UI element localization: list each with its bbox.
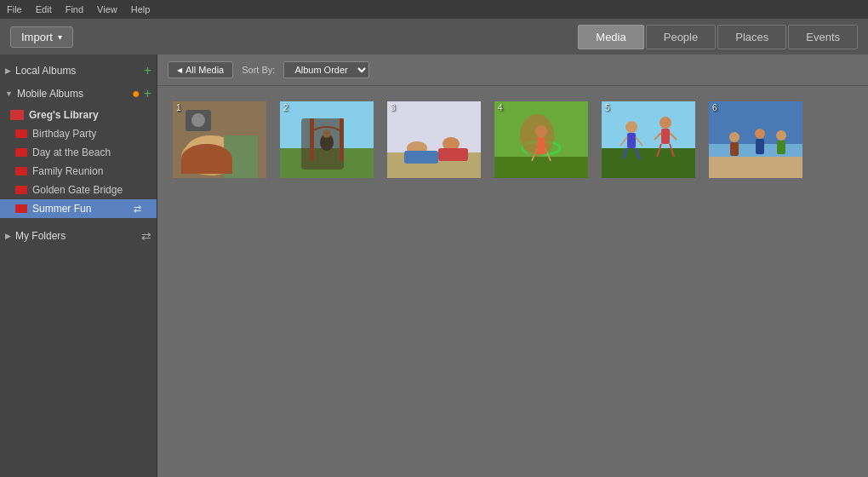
photo-number-6: 6 [712,103,717,112]
album-label: Golden Gate Bridge [32,184,123,196]
gregs-library-label: Greg's Library [29,109,99,121]
svg-rect-41 [709,157,802,178]
album-label: Birthday Party [32,128,96,140]
sidebar-item-golden-gate[interactable]: Golden Gate Bridge [0,181,157,199]
tabs: Media People Places Events [578,25,858,49]
svg-point-10 [320,134,334,151]
add-mobile-album-button[interactable]: ● [132,86,140,101]
svg-rect-17 [438,148,468,161]
sidebar: ▶ Local Albums + ▼ Mobile Albums ● + Gre… [0,55,157,477]
menu-help[interactable]: Help [131,4,151,14]
photo-thumb-1[interactable]: 1 [171,100,268,180]
photo-image-2 [280,101,374,178]
svg-rect-15 [404,151,438,164]
album-label: Family Reunion [32,165,103,177]
sidebar-item-birthday-party[interactable]: Birthday Party [0,124,157,143]
tab-events[interactable]: Events [788,25,858,49]
sync-status-icon: ⇄ [134,204,141,215]
menu-file[interactable]: File [7,4,22,14]
album-icon [15,129,27,138]
chevron-down-icon: ▼ [5,89,13,98]
svg-rect-8 [310,118,314,161]
svg-point-4 [191,113,205,127]
album-icon [15,186,27,194]
svg-rect-43 [730,142,739,156]
photo-thumb-4[interactable]: 4 [493,100,590,180]
tab-people[interactable]: People [646,25,716,49]
mobile-albums-label: Mobile Albums [17,88,83,100]
photo-image-5 [602,101,695,178]
photo-image-3 [387,101,481,178]
local-albums-label: Local Albums [15,65,76,77]
photo-thumb-5[interactable]: 5 [600,100,697,180]
sidebar-my-folders[interactable]: ▶ My Folders ⇄ [0,225,157,247]
svg-rect-47 [777,141,785,154]
svg-rect-9 [340,118,344,161]
album-icon [15,204,27,213]
all-media-button[interactable]: All Media [168,61,233,78]
content-toolbar: All Media Sort By: Album Order Date Name [157,55,868,86]
top-toolbar: Import Media People Places Events [0,19,868,55]
photo-image-4 [494,101,588,178]
photo-number-2: 2 [283,103,288,112]
photo-thumb-3[interactable]: 3 [385,100,483,180]
menu-view[interactable]: View [97,4,117,14]
photo-thumb-2[interactable]: 2 [278,100,375,180]
photo-grid: 1 2 [157,86,868,193]
svg-rect-7 [280,148,374,178]
sidebar-item-family-reunion[interactable]: Family Reunion [0,162,157,181]
menu-bar: File Edit Find View Help [0,0,868,19]
album-label: Day at the Beach [32,147,111,158]
svg-point-27 [625,121,637,133]
chevron-right-icon: ▶ [5,66,11,75]
photo-thumb-6[interactable]: 6 [707,100,804,180]
svg-rect-28 [627,133,636,148]
sidebar-local-albums[interactable]: ▶ Local Albums + [0,60,157,82]
content-area: All Media Sort By: Album Order Date Name [157,55,868,477]
sidebar-mobile-albums[interactable]: ▼ Mobile Albums ● + [0,82,157,106]
import-button[interactable]: Import [10,26,73,48]
add-local-album-button[interactable]: + [144,64,151,78]
sync-icon: ⇄ [141,229,151,243]
sort-select[interactable]: Album Order Date Name [283,61,369,78]
svg-rect-34 [661,129,670,144]
tab-media[interactable]: Media [578,25,643,49]
library-folder-icon [10,110,24,120]
svg-point-46 [776,130,786,141]
album-label: Summer Fun [32,203,91,215]
photo-image-1 [173,101,266,178]
sort-by-label: Sort By: [242,65,275,75]
photo-image-6 [709,101,802,178]
sidebar-gregs-library[interactable]: Greg's Library [0,106,157,124]
svg-rect-26 [602,148,695,178]
svg-rect-45 [756,139,764,154]
svg-point-11 [323,129,331,138]
svg-rect-5 [224,135,258,178]
chevron-right-icon-folders: ▶ [5,232,11,240]
photo-number-3: 3 [391,103,396,112]
menu-find[interactable]: Find [66,4,83,14]
photo-number-4: 4 [498,103,503,112]
svg-rect-19 [494,157,588,178]
menu-edit[interactable]: Edit [36,4,52,14]
main-area: ▶ Local Albums + ▼ Mobile Albums ● + Gre… [0,55,868,477]
photo-number-5: 5 [605,103,610,112]
tab-places[interactable]: Places [717,25,786,49]
sidebar-item-day-at-beach[interactable]: Day at the Beach [0,143,157,162]
svg-point-21 [535,125,547,137]
my-folders-label: My Folders [15,230,66,242]
photo-number-1: 1 [176,103,181,112]
svg-point-44 [755,129,765,139]
album-icon [15,167,27,175]
album-icon [15,148,27,157]
add-mobile-album-plus[interactable]: + [144,87,151,101]
svg-point-33 [660,117,671,129]
sidebar-item-summer-fun[interactable]: Summer Fun ⇄ [0,199,157,218]
svg-point-42 [729,132,740,142]
svg-rect-22 [537,137,545,154]
